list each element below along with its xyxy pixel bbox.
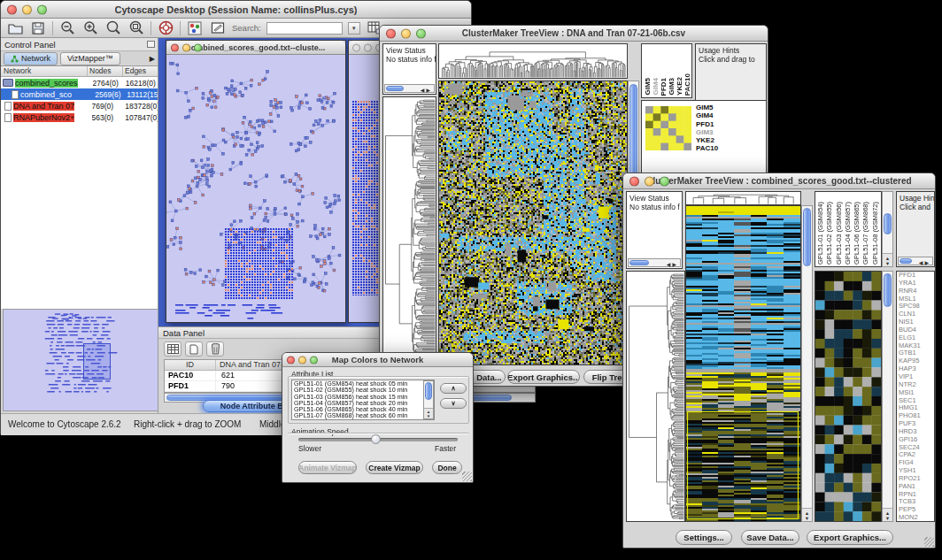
tv1-row-label[interactable]: GIM5 — [696, 104, 718, 111]
zoom-button[interactable] — [37, 4, 47, 14]
minimize-button[interactable] — [364, 43, 372, 51]
resize-grip[interactable] — [462, 472, 472, 481]
tv1-row-dendrogram-canvas[interactable] — [383, 97, 436, 364]
treeview2-title-bar[interactable]: ClusterMaker TreeView : combined_scores_… — [623, 173, 935, 189]
col-nodes[interactable]: Nodes — [88, 66, 123, 76]
export-graphics-button[interactable]: Export Graphics... — [507, 370, 580, 384]
zoom-fit-icon[interactable] — [104, 20, 122, 36]
move-up-button[interactable]: ∧ — [440, 383, 467, 394]
attribute-grid-icon[interactable] — [164, 341, 181, 357]
network-type-icon — [3, 79, 13, 87]
tv2-gene-list: PFD1YRA1RNR4MSL1SPC98CLN1NIS1BUD4ELG1MAK… — [896, 271, 935, 522]
network-table-row[interactable]: RNAPuberNov2+ 563(0) 107847(0) — [1, 111, 158, 123]
tv1-row-label[interactable]: GIM4 — [696, 111, 718, 119]
tv1-row-label[interactable]: PAC10 — [696, 144, 718, 152]
data-panel-title: Data Panel — [163, 328, 205, 338]
view-status-info: No status info f — [383, 55, 436, 64]
tab-vizmapper-label: VizMapper™ — [67, 54, 113, 63]
zoom-in-icon[interactable] — [81, 20, 99, 36]
tv2-zoom-vscrollbar[interactable]: ▲▼ — [882, 271, 893, 522]
network-table-row[interactable]: combined_sco 2569(6) 13112(15) — [1, 88, 158, 100]
tv1-row-label[interactable]: PFD1 — [696, 120, 718, 128]
resize-grip[interactable] — [924, 537, 934, 547]
animation-slider-thumb[interactable] — [371, 434, 381, 444]
network-nodes-cell: 563(0) — [92, 113, 126, 122]
save-data-button[interactable]: Save Data... — [741, 530, 799, 545]
tv1-column-label: PFD1 — [660, 78, 668, 96]
view-status-hscrollbar[interactable]: ◀▶ — [384, 84, 435, 93]
tv2-zoom-heatmap-canvas[interactable] — [815, 272, 881, 521]
annotation-icon[interactable] — [209, 20, 227, 36]
animate-vizmap-button[interactable]: Animate Vizmap — [298, 461, 357, 474]
zoom-button[interactable] — [310, 356, 318, 364]
tv2-column-labels-vscrollbar[interactable]: ▲▼ — [882, 191, 893, 267]
zoom-button[interactable] — [194, 43, 202, 51]
minimize-button[interactable] — [22, 4, 32, 14]
search-input[interactable] — [266, 22, 343, 35]
zoom-out-icon[interactable] — [58, 20, 76, 36]
minimize-button[interactable] — [298, 356, 306, 364]
tab-vizmapper[interactable]: VizMapper™ — [60, 52, 120, 65]
new-attribute-icon[interactable] — [185, 341, 203, 357]
tv2-column-tree-canvas[interactable] — [686, 192, 800, 204]
minimize-button[interactable] — [401, 28, 411, 38]
attribute-item[interactable]: GPL51-07 (GSM868) heat shock 60 min — [292, 412, 434, 418]
done-button[interactable]: Done — [432, 461, 462, 474]
close-button[interactable] — [352, 43, 360, 51]
create-vizmap-button[interactable]: Create Vizmap — [366, 461, 423, 474]
network-view-canvas[interactable] — [166, 55, 345, 322]
open-icon[interactable] — [6, 20, 24, 36]
settings-button[interactable]: Settings... — [676, 530, 732, 545]
tab-network-label: Network — [21, 54, 50, 63]
tv2-heatmap-vscrollbar[interactable]: ▲▼ — [801, 205, 813, 522]
close-button[interactable] — [171, 43, 179, 51]
main-title-bar[interactable]: Cytoscape Desktop (Session Name: collins… — [1, 1, 471, 19]
save-icon[interactable] — [29, 20, 47, 36]
treeview1-title-bar[interactable]: ClusterMaker TreeView : DNA and Tran 07-… — [380, 26, 768, 42]
export-graphics-button[interactable]: Export Graphics... — [807, 530, 893, 545]
usage-hints-hscrollbar[interactable]: ◀▶ — [898, 257, 933, 265]
tab-overflow-arrow[interactable]: ▶ — [150, 55, 155, 63]
attribute-list-vscrollbar[interactable]: ▲▼ — [423, 380, 434, 419]
dialog-title-bar[interactable]: Map Colors to Network — [282, 353, 473, 367]
view-status-hscrollbar[interactable]: ◀▶ — [628, 258, 681, 267]
network-view-2-canvas[interactable] — [352, 101, 382, 295]
tv2-zoom-heatmap-panel — [815, 271, 882, 522]
network-edges-cell: 183728(0) — [125, 102, 158, 111]
tv1-row-label[interactable]: GIM3 — [696, 128, 718, 136]
float-panel-icon[interactable] — [147, 41, 155, 48]
close-button[interactable] — [287, 356, 295, 364]
tv1-zoom-matrix-canvas[interactable] — [645, 106, 691, 150]
tv1-row-label[interactable]: YKE2 — [696, 136, 718, 144]
close-button[interactable] — [386, 28, 396, 38]
delete-attribute-icon[interactable] — [206, 341, 224, 357]
zoom-button[interactable] — [416, 28, 426, 38]
network-table-row[interactable]: combined_scores 2764(0) 16218(0) — [1, 77, 158, 88]
tab-network[interactable]: Network — [4, 52, 58, 65]
col-network[interactable]: Network — [1, 66, 88, 76]
search-dropdown-icon[interactable]: ▼ — [348, 22, 360, 35]
view-status-title: View Status — [627, 192, 682, 203]
close-button[interactable] — [7, 4, 17, 14]
tv1-column-dendrogram-canvas[interactable] — [439, 44, 627, 78]
tv2-heatmap-canvas[interactable] — [686, 206, 800, 521]
network-type-icon — [4, 102, 12, 111]
minimize-button[interactable] — [182, 43, 190, 51]
tv1-heatmap-canvas[interactable] — [439, 81, 627, 364]
vizmapper-icon[interactable] — [186, 20, 204, 36]
move-down-button[interactable]: ∨ — [440, 398, 467, 409]
traffic-lights — [287, 356, 318, 364]
col-edges[interactable]: Edges — [123, 66, 158, 76]
zoom-button[interactable] — [660, 176, 669, 186]
id-column-header[interactable]: ID — [165, 360, 216, 370]
network-table-row[interactable]: DNA and Tran 07 769(0) 183728(0) — [1, 100, 158, 111]
close-button[interactable] — [629, 176, 639, 186]
gene-label[interactable]: MON2 — [897, 514, 934, 522]
zoom-selected-icon[interactable] — [127, 20, 145, 36]
network-view-title-bar[interactable]: combined_scores_good.txt--cluste... — [166, 41, 345, 55]
toolbar-separator — [151, 21, 151, 35]
help-icon[interactable] — [157, 20, 174, 36]
tv2-row-dendrogram-canvas[interactable] — [627, 272, 684, 521]
minimize-button[interactable] — [645, 176, 654, 186]
network-overview-canvas[interactable] — [3, 309, 158, 411]
